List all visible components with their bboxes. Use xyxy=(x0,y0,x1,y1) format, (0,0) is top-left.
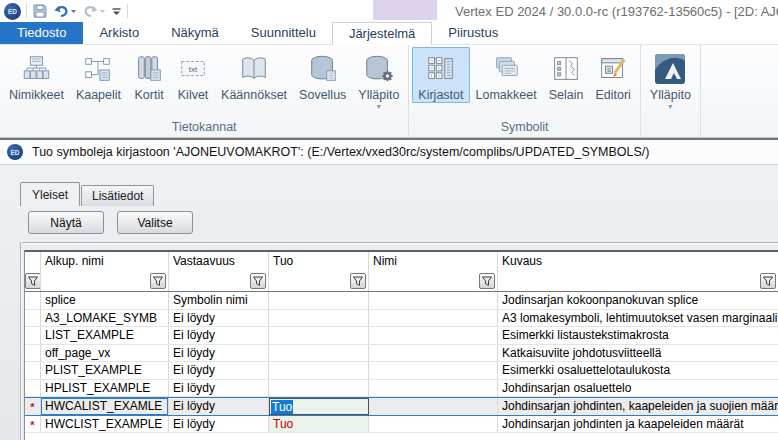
redo-dropdown-icon xyxy=(99,7,106,15)
ribbon-kilvet-button[interactable]: txtKilvet xyxy=(171,47,215,103)
tab-arkisto[interactable]: Arkisto xyxy=(83,22,155,44)
separator xyxy=(26,4,27,18)
dialog-tab-lisatiedot[interactable]: Lisätiedot xyxy=(81,185,154,206)
tab-piirustus[interactable]: Piirustus xyxy=(432,22,514,44)
funnel-icon xyxy=(152,275,164,287)
filter-button[interactable] xyxy=(150,273,166,289)
cell-alkup-nimi: off_page_vx xyxy=(41,345,169,362)
ribbon-button-label: Selain xyxy=(549,89,584,102)
cell-nimi xyxy=(369,362,498,379)
filter-button[interactable] xyxy=(479,273,495,289)
filter-button[interactable] xyxy=(350,273,366,289)
title-bar: ED xyxy=(0,0,778,22)
column-header-alkup-nimi[interactable]: Alkup. nimi xyxy=(41,252,169,271)
table-row[interactable]: A3_LOMAKE_SYMBEi löydyA3 lomakesymboli, … xyxy=(25,310,778,328)
cell-nimi xyxy=(369,327,498,344)
column-header-vastaavuus[interactable]: Vastaavuus xyxy=(169,252,269,271)
ribbon-button-label: Editori xyxy=(595,89,630,102)
table-row[interactable]: spliceSymbolin nimiJodinsarjan kokoonpan… xyxy=(25,292,778,310)
funnel-icon xyxy=(352,275,364,287)
row-marker: * xyxy=(25,398,41,415)
ribbon-group-label: Tietokannat xyxy=(3,116,405,137)
cell-alkup-nimi: HWCLIST_EXAMPLE xyxy=(41,416,169,433)
cell-vastaavuus: Ei löydy xyxy=(169,310,269,327)
cell-kuvaus: Jodinsarjan kokoonpanokuvan splice xyxy=(498,292,778,309)
editor-pencil-icon: S xyxy=(597,49,629,89)
ribbon-nimikkeet-button[interactable]: Nimikkeet xyxy=(3,47,70,103)
cell-tuo[interactable]: Tuo xyxy=(269,416,369,433)
cell-kuvaus: Johdinsarjan osaluettelo xyxy=(498,380,778,397)
table-row[interactable]: PLIST_EXAMPLEEi löydyEsimerkki osaluette… xyxy=(25,362,778,380)
ribbon: Nimikkeet Kaapelit Kortit txtKilvet Kään… xyxy=(0,45,778,138)
cell-tuo[interactable]: Tuo xyxy=(269,398,369,415)
window-fragment xyxy=(373,0,437,20)
filter-button[interactable] xyxy=(250,273,266,289)
ribbon-button-label: Ylläpito xyxy=(650,89,691,102)
selected-text: Tuo xyxy=(271,400,293,414)
cell-vastaavuus: Ei löydy xyxy=(169,380,269,397)
row-header-column xyxy=(25,252,41,271)
tab-suunnittelu[interactable]: Suunnittelu xyxy=(235,22,332,44)
filter-cell xyxy=(41,271,169,291)
ribbon-editori-button[interactable]: S Editori xyxy=(589,47,636,103)
redo-button[interactable] xyxy=(82,3,106,19)
column-header-nimi[interactable]: Nimi xyxy=(369,252,498,271)
cell-tuo xyxy=(269,292,369,309)
table-filter-row xyxy=(25,271,778,292)
ribbon-kirjastot-button[interactable]: Kirjastot xyxy=(412,47,469,103)
ribbon-selain-button[interactable]: Selain xyxy=(543,47,590,103)
valitse-button[interactable]: Valitse xyxy=(117,211,193,234)
cell-kuvaus: Katkaisuviite johdotusviitteellä xyxy=(498,345,778,362)
cell-vastaavuus: Ei löydy xyxy=(169,362,269,379)
save-button[interactable] xyxy=(32,3,48,19)
filter-cell xyxy=(369,271,498,291)
cell-nimi xyxy=(369,380,498,397)
app-logo-icon[interactable]: ED xyxy=(4,3,21,20)
ribbon-yllapito-symbolit-button[interactable]: Ylläpito▾ xyxy=(644,47,697,113)
svg-text:S: S xyxy=(607,67,611,73)
cell-alkup-nimi: HWCALIST_EXAMLE xyxy=(41,398,169,415)
tab-jarjestelma[interactable]: Järjestelmä xyxy=(332,22,432,45)
book-icon xyxy=(238,49,270,89)
cell-kuvaus: Esimerkki listaustekstimakrosta xyxy=(498,327,778,344)
funnel-icon xyxy=(762,275,774,287)
filter-button[interactable] xyxy=(760,273,776,289)
cell-tuo xyxy=(269,345,369,362)
table-row[interactable]: LIST_EXAMPLEEi löydyEsimerkki listaustek… xyxy=(25,327,778,345)
ribbon-sovellus-button[interactable]: Sovellus xyxy=(293,47,352,103)
browser-panes-icon xyxy=(550,49,582,89)
ribbon-group-label: Symbolit xyxy=(412,116,637,137)
ribbon-kortit-button[interactable]: Kortit xyxy=(127,47,171,103)
ribbon-yllapito-tietokannat-button[interactable]: Ylläpito▾ xyxy=(352,47,405,113)
ribbon-lomakkeet-button[interactable]: Lomakkeet xyxy=(470,47,543,103)
filter-button[interactable] xyxy=(25,273,41,289)
nayta-button[interactable]: Näytä xyxy=(28,211,104,234)
chevron-down-icon: ▾ xyxy=(377,102,381,112)
customize-toolbar-icon xyxy=(111,6,122,17)
ribbon-kaannokset-button[interactable]: Käännökset xyxy=(215,47,293,103)
row-marker xyxy=(25,327,41,344)
quick-access-toolbar: ED xyxy=(4,2,128,20)
customize-toolbar-button[interactable] xyxy=(111,6,122,17)
ribbon-button-label: Käännökset xyxy=(221,89,287,102)
ribbon-button-label: Kilvet xyxy=(178,89,209,102)
tab-nakyma[interactable]: Näkymä xyxy=(155,22,235,44)
tab-tiedosto[interactable]: Tiedosto xyxy=(0,22,83,44)
database-gear-icon xyxy=(363,49,395,89)
table-row[interactable]: *HWCALIST_EXAMLEEi löydyTuoJohdinsarjan … xyxy=(25,397,778,416)
ribbon-kaapelit-button[interactable]: Kaapelit xyxy=(70,47,127,103)
table-row[interactable]: off_page_vxEi löydyKatkaisuviite johdotu… xyxy=(25,345,778,363)
dialog-tab-yleiset[interactable]: Yleiset xyxy=(20,182,80,206)
column-header-kuvaus[interactable]: Kuvaus xyxy=(498,252,778,271)
filter-cell xyxy=(169,271,269,291)
dialog-buttons: NäytäValitse xyxy=(28,211,193,234)
funnel-icon xyxy=(27,275,39,287)
table-row[interactable]: *HWCLIST_EXAMPLEEi löydyTuoJohdinsarjan … xyxy=(25,416,778,434)
undo-button[interactable] xyxy=(53,3,77,19)
row-marker xyxy=(25,292,41,309)
cell-alkup-nimi: splice xyxy=(41,292,169,309)
table-row[interactable]: HPLIST_EXAMPLEEi löydyJohdinsarjan osalu… xyxy=(25,380,778,398)
cell-nimi xyxy=(369,416,498,433)
separator xyxy=(127,4,128,18)
column-header-tuo[interactable]: Tuo xyxy=(269,252,369,271)
